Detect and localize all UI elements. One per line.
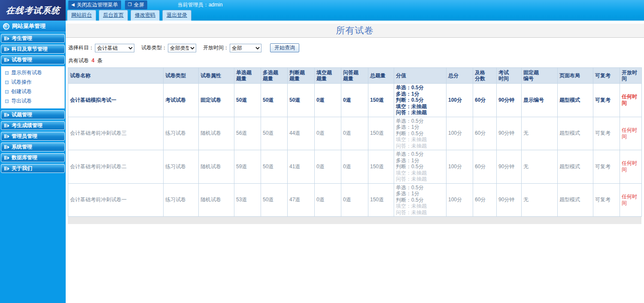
col-header: 问答题 题量 — [341, 68, 368, 84]
cell-score-rules: 单选：0.5分多选：1分判断：0.5分填空：未抽题问答：未抽题 — [394, 84, 447, 117]
col-header: 试卷类型 — [164, 68, 199, 84]
cell-total-score: 100分 — [447, 84, 473, 117]
sidebar-item-examinee-management[interactable]: 考生管理 — [1, 34, 65, 43]
cell-page-layout: 题型模式 — [558, 84, 593, 117]
sidebar-item-score-management[interactable]: 考生成绩管理 — [1, 121, 65, 130]
sidebar-subitem-export-paper[interactable]: 导出试卷 — [5, 97, 63, 105]
topbar-row-1: ◀ 关闭左边管理菜单 ❐ 全屏 当前管理员：admin — [0, 0, 644, 9]
close-left-menu-button[interactable]: ◀ 关闭左边管理菜单 — [68, 0, 121, 9]
subject-select[interactable]: 会计基础 — [95, 44, 134, 52]
cell-judge-count: 44道 — [288, 117, 315, 150]
subject-filter-label: 选择科目： — [68, 44, 94, 52]
topbar: ◀ 关闭左边管理菜单 ❐ 全屏 当前管理员：admin 网站前台后台首页修改密码… — [0, 0, 644, 21]
sidebar-subitem-label: 试卷操作 — [11, 79, 32, 86]
type-filter-label: 试卷类型： — [141, 44, 167, 52]
list-square-icon — [5, 90, 9, 94]
sidebar-item-question-management[interactable]: 试题管理 — [1, 110, 65, 119]
sidebar-header: 网站菜单管理 — [0, 21, 66, 32]
sidebar-subitem-show-all-papers[interactable]: 显示所有试卷 — [5, 69, 63, 76]
main-content: 所有试卷 选择科目： 会计基础 试卷类型： 全部类型 开放时间： 全部 开始查询… — [66, 21, 644, 303]
tab-site-front[interactable]: 网站前台 — [67, 10, 96, 21]
cell-multi-count: 50道 — [261, 150, 288, 184]
table-row: 会计基础模拟考试一考试试卷固定试卷50道50道50道0道0道150道单选：0.5… — [68, 84, 642, 117]
cell-fill-count: 0道 — [315, 84, 341, 117]
start-query-button[interactable]: 开始查询 — [270, 43, 299, 52]
sidebar-item-subject-chapter-management[interactable]: 科目及章节管理 — [1, 45, 65, 54]
time-filter-label: 开放时间： — [203, 44, 229, 52]
table-row: 会计基础考前冲刺试卷二练习试卷随机试卷59道50道41道0道0道150道单选：0… — [68, 150, 642, 184]
cell-multi-count: 50道 — [261, 183, 288, 217]
tab-change-password[interactable]: 修改密码 — [131, 10, 160, 21]
filter-bar: 选择科目： 会计基础 试卷类型： 全部类型 开放时间： 全部 开始查询 — [68, 43, 644, 52]
fullscreen-button[interactable]: ❐ 全屏 — [125, 0, 147, 9]
sidebar-item-label: 考生成绩管理 — [12, 122, 43, 129]
cell-total-count: 150道 — [368, 150, 394, 184]
menu-arrow-icon — [4, 134, 9, 138]
cell-attr: 随机试卷 — [199, 117, 234, 150]
cell-duration: 90分钟 — [497, 150, 522, 184]
cell-fixed-number: 无 — [522, 150, 558, 184]
col-header: 试卷属性 — [199, 68, 234, 84]
sidebar-subitem-label: 导出试卷 — [11, 97, 32, 105]
cell-page-layout: 题型模式 — [558, 117, 593, 150]
sidebar-item-paper-management[interactable]: 试卷管理 — [1, 55, 65, 64]
cell-total-count: 150道 — [368, 84, 394, 117]
sidebar-subitem-paper-operations[interactable]: 试卷操作 — [5, 79, 63, 86]
cell-pass-score: 60分 — [473, 150, 497, 184]
cell-type: 考试试卷 — [164, 84, 199, 117]
sidebar-item-about-us[interactable]: 关于我们 — [1, 164, 65, 173]
cell-total-count: 150道 — [368, 117, 394, 150]
cell-pass-score: 60分 — [473, 183, 497, 217]
cell-open-time: 任何时间 — [620, 117, 642, 150]
table-row: 会计基础考前冲刺试卷三练习试卷随机试卷56道50道44道0道0道150道单选：0… — [68, 117, 642, 150]
cell-single-count: 59道 — [234, 150, 261, 184]
tab-logout[interactable]: 退出登录 — [162, 10, 191, 21]
col-header: 开放时间 — [620, 68, 642, 84]
cell-open-time: 任何时间 — [620, 150, 642, 184]
cell-duration: 90分钟 — [497, 84, 522, 117]
sidebar-subitem-create-paper[interactable]: 创建试卷 — [5, 88, 63, 95]
globe-icon — [3, 23, 9, 30]
cell-fixed-number: 显示编号 — [522, 84, 558, 117]
sidebar-subitem-label: 显示所有试卷 — [11, 69, 42, 76]
cell-fill-count: 0道 — [315, 183, 341, 217]
table-body: 会计基础模拟考试一考试试卷固定试卷50道50道50道0道0道150道单选：0.5… — [68, 84, 642, 217]
cell-single-count: 50道 — [234, 84, 261, 117]
cell-fixed-number: 无 — [522, 117, 558, 150]
menu-arrow-icon — [4, 47, 9, 51]
cell-retake: 可复考 — [593, 183, 620, 217]
sidebar-item-label: 管理员管理 — [12, 133, 37, 140]
col-header: 填空题 题量 — [315, 68, 341, 84]
cell-page-layout: 题型模式 — [558, 183, 593, 217]
cell-score-rules: 单选：0.5分多选：1分判断：0.5分填空：未抽题问答：未抽题 — [394, 183, 447, 217]
sidebar-item-database-management[interactable]: 数据库管理 — [1, 153, 65, 162]
cell-duration: 90分钟 — [497, 117, 522, 150]
tab-admin-home[interactable]: 后台首页 — [99, 10, 128, 21]
cell-total-score: 100分 — [447, 117, 473, 150]
open-time-select[interactable]: 全部 — [230, 44, 261, 52]
fullscreen-icon: ❐ — [128, 3, 132, 7]
cell-retake: 可复考 — [593, 84, 620, 117]
menu-arrow-icon — [4, 156, 9, 160]
table-footer-bar — [68, 217, 641, 224]
paper-type-select[interactable]: 全部类型 — [168, 44, 196, 52]
cell-retake: 可复考 — [593, 150, 620, 184]
fullscreen-label: 全屏 — [134, 1, 144, 9]
sidebar-item-system-management[interactable]: 系统管理 — [1, 142, 65, 152]
cell-score-rules: 单选：0.5分多选：1分判断：0.5分填空：未抽题问答：未抽题 — [394, 150, 447, 184]
sidebar-subitem-label: 创建试卷 — [11, 88, 32, 95]
col-header: 判断题 题量 — [288, 68, 315, 84]
cell-total-score: 100分 — [447, 150, 473, 184]
cell-attr: 随机试卷 — [199, 183, 234, 217]
cell-fill-count: 0道 — [315, 150, 341, 184]
col-header: 试卷名称 — [68, 68, 164, 84]
sidebar-menu: 考生管理科目及章节管理试卷管理显示所有试卷试卷操作创建试卷导出试卷试题管理考生成… — [0, 34, 66, 173]
app-logo-text: 在线考试系统 — [5, 5, 61, 16]
topbar-tabs: 网站前台后台首页修改密码退出登录 — [0, 9, 644, 21]
sidebar-item-label: 数据库管理 — [12, 154, 37, 161]
sidebar-item-admin-management[interactable]: 管理员管理 — [1, 132, 65, 141]
cell-type: 练习试卷 — [164, 183, 199, 217]
cell-qa-count: 0道 — [341, 117, 368, 150]
sidebar-item-label: 关于我们 — [12, 165, 32, 172]
cell-retake: 可复考 — [593, 117, 620, 150]
